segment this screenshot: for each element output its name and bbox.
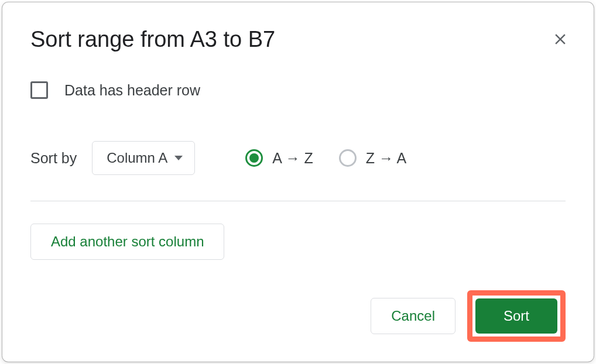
radio-unselected-icon [339, 149, 357, 167]
cancel-button-label: Cancel [391, 308, 435, 324]
close-button[interactable] [552, 30, 569, 48]
sort-direction-radio-group: A → Z Z → A [245, 149, 406, 167]
cancel-button[interactable]: Cancel [371, 298, 455, 334]
sort-button-label: Sort [503, 308, 529, 324]
header-row-checkbox-row: Data has header row [30, 81, 566, 99]
dialog-footer: Cancel Sort [30, 290, 566, 342]
sort-asc-option[interactable]: A → Z [245, 149, 313, 167]
sort-range-dialog: Sort range from A3 to B7 Data has header… [2, 2, 594, 362]
close-icon [552, 30, 569, 48]
header-row-checkbox[interactable] [30, 81, 48, 99]
sort-desc-option[interactable]: Z → A [339, 149, 406, 167]
dialog-title: Sort range from A3 to B7 [30, 27, 275, 52]
add-sort-column-label: Add another sort column [51, 233, 204, 249]
radio-selected-icon [245, 149, 263, 167]
sort-column-dropdown-value: Column A [107, 150, 167, 166]
sort-asc-label: A → Z [272, 150, 313, 167]
sort-column-dropdown[interactable]: Column A [92, 141, 195, 175]
sort-button-highlight: Sort [467, 290, 566, 342]
dialog-header: Sort range from A3 to B7 [30, 27, 566, 52]
header-row-checkbox-label: Data has header row [64, 82, 200, 99]
add-sort-column-button[interactable]: Add another sort column [30, 224, 224, 260]
sort-by-row: Sort by Column A A → Z Z → A [30, 141, 566, 175]
divider [30, 201, 566, 201]
sort-button[interactable]: Sort [475, 298, 557, 334]
sort-desc-label: Z → A [366, 150, 406, 167]
sort-by-label: Sort by [30, 150, 77, 167]
chevron-down-icon [174, 156, 183, 160]
